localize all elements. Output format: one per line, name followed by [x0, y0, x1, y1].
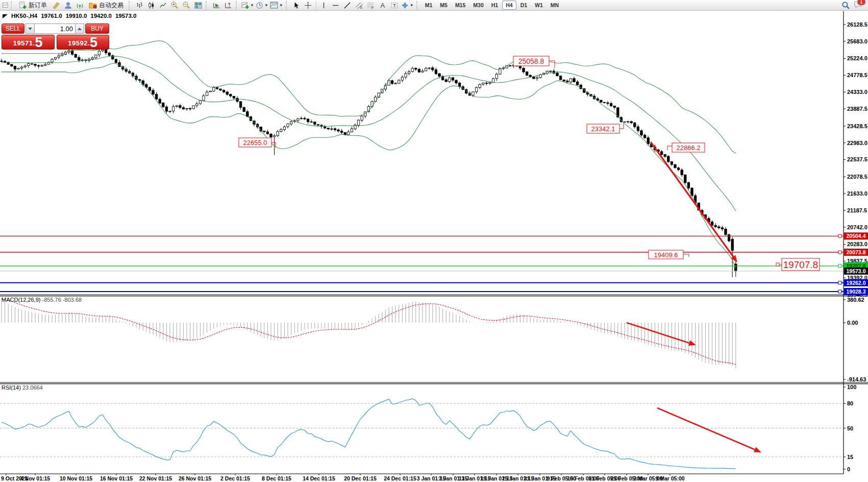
zoom-out-button[interactable] — [181, 1, 192, 10]
price-badge-text: 19262.0 — [847, 280, 866, 286]
sell-button[interactable]: SELL — [2, 23, 24, 34]
trendline-tool-button[interactable] — [342, 1, 353, 10]
search-button[interactable] — [840, 1, 851, 10]
chart-window-icon[interactable] — [1, 1, 9, 10]
line-handle — [838, 281, 841, 284]
autotrading-icon — [89, 2, 97, 9]
equidistant-channel-tool-button[interactable]: E — [354, 1, 365, 10]
timeframe-m1-button[interactable]: M1 — [421, 1, 436, 10]
timeframe-mn-button[interactable]: MN — [547, 1, 562, 10]
chevron-down-icon: ▼ — [250, 3, 254, 8]
toolbar-separator — [316, 1, 316, 10]
signals-icon — [76, 2, 84, 9]
indicator-axes[interactable]: 380.620.00-914.631008050150 — [844, 297, 866, 472]
buy-price-button[interactable]: 19592. 5 — [57, 35, 110, 50]
toolbar-grip — [286, 1, 289, 10]
cursor-tool-button[interactable] — [291, 1, 302, 10]
periods-dropdown[interactable]: ▼ — [255, 1, 269, 10]
templates-dropdown[interactable]: ▼ — [269, 1, 284, 10]
timeframe-m15-button[interactable]: M15 — [452, 1, 469, 10]
trend-arrow — [651, 142, 733, 257]
timeframe-d1-button[interactable]: D1 — [517, 1, 531, 10]
volume-input[interactable] — [35, 23, 75, 34]
rsi-indicator-label: RSI(14) 23.0664 — [2, 384, 43, 391]
indicators-dropdown[interactable]: ▼ — [241, 1, 255, 10]
fibonacci-icon: F — [367, 2, 375, 9]
price-axis[interactable]: 26128.525683.025224.024778.524333.023887… — [844, 21, 868, 298]
crosshair-tool-button[interactable] — [303, 1, 314, 10]
annotation-text: 19707.8 — [783, 259, 819, 270]
price-tick-label: 23887.5 — [847, 106, 867, 112]
volume-decrease-button[interactable] — [26, 23, 35, 34]
annotation-connector — [667, 146, 672, 150]
bar-chart-icon — [136, 2, 143, 9]
community-button[interactable] — [62, 1, 73, 10]
text-label-tool-button[interactable]: T — [389, 1, 400, 10]
price-badge-text: 20504.4 — [847, 233, 866, 239]
timeframe-h4-button[interactable]: H4 — [502, 1, 516, 10]
auto-scroll-button[interactable] — [211, 1, 222, 10]
rsi-tick-label: 15 — [847, 454, 853, 460]
signals-button[interactable] — [74, 1, 85, 10]
trendline-icon — [343, 2, 351, 9]
vertical-line-tool-button[interactable] — [318, 1, 330, 10]
candlestick-chart-type-button[interactable] — [145, 1, 157, 10]
line-handle — [838, 251, 841, 254]
svg-text:T: T — [393, 3, 396, 8]
trend-arrows-layer[interactable] — [627, 142, 761, 452]
timeframe-m5-button[interactable]: M5 — [436, 1, 451, 10]
price-tick-label: 25683.0 — [847, 38, 867, 44]
chart-shift-button[interactable] — [222, 1, 234, 10]
text-tool-button[interactable]: A — [377, 1, 388, 10]
annotation-text: 22655.0 — [243, 139, 267, 147]
annotation-text: 22866.2 — [677, 144, 701, 152]
horizontal-line-icon — [332, 2, 339, 9]
line-chart-type-button[interactable] — [157, 1, 168, 10]
price-tick-label: 24333.0 — [847, 89, 867, 95]
horizontal-lines-layer[interactable] — [0, 234, 844, 293]
trade-widget-price-row: 19571. 5 19592. 5 — [2, 35, 109, 50]
buy-price-big-digit: 5 — [90, 36, 97, 49]
rsi-tick-label: 100 — [847, 384, 856, 390]
annotation-connector — [619, 124, 624, 129]
buy-button[interactable]: BUY — [85, 23, 109, 34]
autotrading-button[interactable]: 自动交易 — [86, 1, 127, 10]
arrows-tool-dropdown[interactable]: ▼ — [401, 1, 414, 10]
svg-text:E: E — [360, 6, 363, 9]
chart-fragment-icon — [1, 2, 8, 9]
time-axis[interactable]: 9 Oct 20214 Nov 01:1510 Nov 01:1516 Nov … — [1, 474, 685, 481]
line-handle — [838, 290, 841, 293]
volume-spinner — [26, 23, 84, 34]
bollinger-bands-layer — [2, 41, 736, 269]
time-tick-label: 2 Dec 01:15 — [220, 475, 250, 481]
timeframe-h1-button[interactable]: H1 — [488, 1, 502, 10]
timeframe-m30-button[interactable]: M30 — [469, 1, 487, 10]
text-label-icon: T — [390, 2, 399, 9]
arrows-shapes-icon — [401, 2, 409, 9]
tile-windows-button[interactable] — [192, 1, 204, 10]
time-tick-label: 22 Nov 01:15 — [139, 475, 172, 481]
price-badge-text: 19573.0 — [847, 268, 866, 274]
price-tick-label: 21187.5 — [847, 207, 867, 213]
fibonacci-tool-button[interactable]: F — [365, 1, 377, 10]
one-click-toggle-icon[interactable] — [3, 14, 8, 18]
tile-windows-icon — [194, 2, 202, 9]
timeframe-w1-button[interactable]: W1 — [531, 1, 547, 10]
chevron-down-icon: ▼ — [410, 3, 414, 8]
bar-chart-type-button[interactable] — [134, 1, 145, 10]
crosshair-icon — [304, 2, 312, 9]
chart-plot[interactable]: 25058.823342.122866.222655.019409.619707… — [0, 11, 868, 482]
macd-tick-label: 0.00 — [847, 320, 858, 326]
notifications-button[interactable]: 1 — [854, 1, 863, 10]
new-order-button[interactable]: 新订单 — [16, 1, 50, 10]
toolbar-grip — [416, 1, 420, 10]
sell-price-button[interactable]: 19571. 5 — [2, 35, 55, 50]
volume-increase-button[interactable] — [75, 23, 84, 34]
trend-arrow — [657, 408, 755, 450]
metaeditor-button[interactable] — [51, 1, 62, 10]
rsi-tick-label: 80 — [847, 400, 853, 406]
time-tick-label: 24 Dec 01:15 — [384, 475, 416, 481]
horizontal-line-tool-button[interactable] — [330, 1, 341, 10]
rsi-value: 23.0664 — [22, 384, 43, 391]
zoom-in-button[interactable] — [169, 1, 180, 10]
